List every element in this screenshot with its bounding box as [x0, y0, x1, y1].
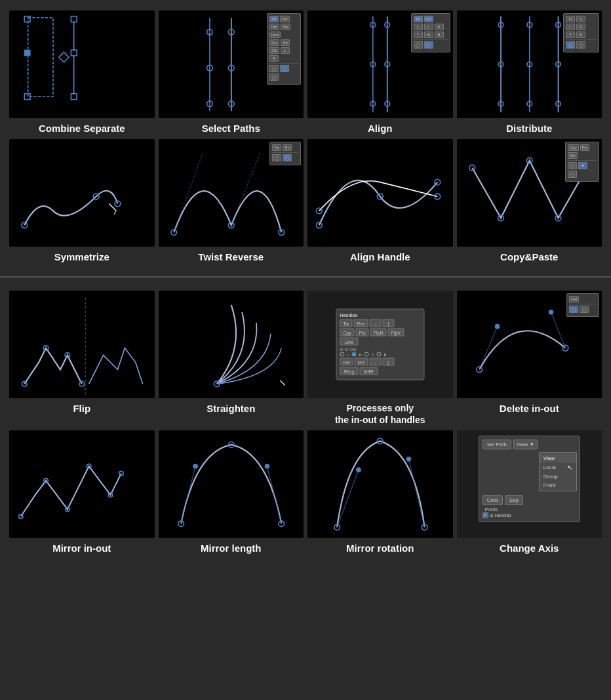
btn-minus2[interactable]: - [369, 358, 381, 366]
grid-section-1: Combine Separate All Sel Pth Pts Hnd [5, 7, 606, 267]
grid-section-2: Flip Straighten [5, 287, 606, 558]
btn-flph[interactable]: FlpH [370, 329, 387, 337]
btn-mrlg[interactable]: MrLg [340, 367, 358, 375]
sep-btn[interactable]: Sep [505, 495, 523, 505]
svg-line-85 [409, 459, 425, 527]
card-image-select-paths: All Sel Pth Pts Hnd Crv Str [159, 10, 304, 118]
chevron-down-icon: ▼ [529, 442, 534, 447]
view-dropdown[interactable]: View ▼ [513, 440, 538, 449]
handles-row-3: Line [340, 338, 420, 346]
handles-panel-title: Handles [340, 313, 420, 318]
handles-row-4: Del Mrr - | [340, 358, 420, 366]
card-label-mirror-length: Mirror length [201, 542, 262, 555]
btn-pipe2[interactable]: | [382, 358, 394, 366]
dropdown-item-group[interactable]: Group [540, 472, 576, 481]
btn-cpy[interactable]: Cpy [340, 329, 354, 337]
radio-L[interactable] [340, 352, 344, 357]
svg-rect-0 [28, 18, 53, 96]
dropdown-item-front[interactable]: Front [540, 481, 576, 489]
card-align-handle: Align Handle [307, 139, 453, 264]
points-label: Points [485, 507, 576, 512]
card-combine-separate: Combine Separate [9, 10, 155, 135]
card-mirror-in-out: Mirror in-out [9, 430, 155, 555]
btn-mrr[interactable]: Mrr [355, 358, 368, 366]
btn-rev[interactable]: Rev [353, 319, 368, 327]
section-1: Combine Separate All Sel Pth Pts Hnd [0, 0, 611, 274]
card-copy-paste: Cpy Pst Sel ◯ ● ◯ [457, 139, 602, 264]
radio-row: L R T B [340, 352, 420, 357]
svg-marker-4 [59, 52, 69, 62]
card-label-processes: Processes onlythe in-out of handles [335, 402, 425, 426]
dropdown-item-local[interactable]: Local ↖ [540, 463, 576, 472]
btn-line[interactable]: Line [340, 338, 358, 346]
cmb-btn[interactable]: Cmb [483, 495, 503, 505]
sel-path-btn[interactable]: Sel Path [483, 440, 511, 449]
svg-line-78 [267, 466, 281, 524]
svg-line-42 [114, 211, 116, 214]
card-align: All Sel L C R T M B ◯ [307, 10, 453, 135]
view-dropdown-label: View [517, 442, 528, 447]
axis-panel: Sel Path View ▼ View Local ↖ Group Front [479, 436, 580, 522]
btn-pst[interactable]: Pst [356, 329, 369, 337]
card-label-mirror-in-out: Mirror in-out [52, 542, 111, 555]
section-divider [0, 276, 611, 278]
card-image-mirror-length [159, 430, 304, 538]
card-straighten: Straighten [159, 291, 304, 426]
card-mirror-rotation: Mirror rotation [307, 430, 453, 555]
btn-tw[interactable]: Tw [340, 319, 352, 327]
card-delete-in-out: Del ◯ ◯ [457, 291, 602, 426]
card-image-processes: Handles Tw Rev - | Cpy Pst FlpH FlpV [307, 291, 453, 398]
panel-overlay-delete: Del ◯ ◯ [566, 293, 599, 317]
svg-point-83 [265, 464, 269, 468]
svg-line-84 [337, 470, 359, 527]
card-image-mirror-in-out [9, 430, 155, 538]
card-image-distribute: H V L R T B ◯ ◯ [457, 10, 602, 118]
card-label-straighten: Straighten [207, 402, 255, 415]
card-label-copy-paste: Copy&Paste [500, 251, 558, 264]
section-2: Flip Straighten [0, 280, 611, 565]
card-label-align: Align [368, 122, 393, 135]
card-label-combine-separate: Combine Separate [39, 122, 125, 135]
card-image-symmetrize [9, 139, 155, 247]
svg-line-64 [280, 381, 285, 386]
card-image-copy-paste: Cpy Pst Sel ◯ ● ◯ [457, 139, 602, 247]
svg-rect-2 [24, 50, 30, 56]
panel-overlay-copy: Cpy Pst Sel ◯ ● ◯ [565, 142, 599, 182]
btn-del[interactable]: Del [340, 358, 353, 366]
card-image-mirror-rotation [307, 430, 453, 538]
panel-overlay-align: All Sel L C R T M B ◯ [411, 13, 450, 52]
handles-row-5: MrLg MrRt [340, 367, 420, 375]
handles-row-2: Cpy Pst FlpH FlpV [340, 329, 420, 337]
axis-top-row: Sel Path View ▼ [483, 440, 576, 449]
card-image-twist-reverse: Tw Rv ◯ ◯ [159, 139, 304, 247]
card-symmetrize: Symmetrize [9, 139, 155, 264]
card-change-axis: Sel Path View ▼ View Local ↖ Group Front [457, 430, 602, 555]
svg-point-70 [549, 310, 553, 315]
handles-checkbox-label: & Handles [490, 513, 511, 518]
svg-rect-1 [24, 16, 30, 22]
radio-B[interactable] [377, 352, 382, 357]
svg-point-90 [406, 457, 411, 461]
card-select-paths: All Sel Pth Pts Hnd Crv Str [159, 10, 304, 135]
card-label-select-paths: Select Paths [202, 122, 260, 135]
card-twist-reverse: Tw Rv ◯ ◯ Twis [159, 139, 304, 264]
panel-overlay-distribute: H V L R T B ◯ ◯ [563, 13, 599, 52]
card-image-combine-separate [9, 10, 155, 118]
btn-pipe[interactable]: | [383, 319, 395, 327]
btn-mrrt[interactable]: MrRt [359, 367, 378, 375]
card-image-straighten [159, 291, 304, 398]
radio-R[interactable] [352, 352, 357, 357]
svg-line-77 [181, 466, 195, 524]
card-image-flip [9, 291, 155, 398]
card-label-distribute: Distribute [506, 122, 552, 135]
card-label-symmetrize: Symmetrize [54, 251, 109, 264]
handles-checkbox[interactable]: ✓ [483, 512, 488, 518]
btn-flpv[interactable]: FlpV [388, 329, 404, 337]
svg-line-47 [231, 153, 260, 224]
handles-panel: Handles Tw Rev - | Cpy Pst FlpH FlpV [336, 309, 424, 381]
btn-minus[interactable]: - [370, 319, 382, 327]
handles-row-1: Tw Rev - | [340, 319, 420, 327]
dropdown-item-view[interactable]: View [540, 454, 576, 463]
card-label-align-handle: Align Handle [350, 251, 410, 264]
radio-T[interactable] [365, 352, 369, 357]
